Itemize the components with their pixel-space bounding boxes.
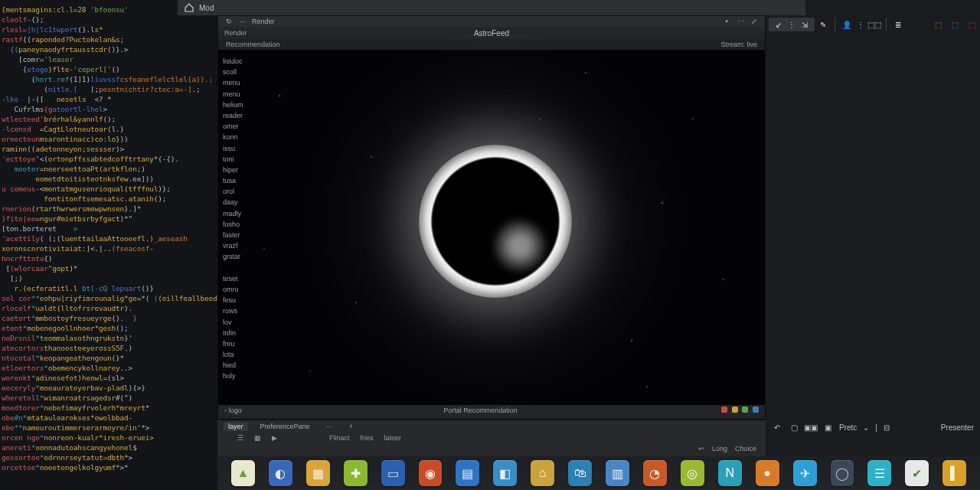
- sidelist-item[interactable]: tusa: [223, 175, 263, 186]
- code-editor-pane[interactable]: {mentsmagins:cl.l=28 'bfoonsu'cleolf-{};…: [0, 0, 217, 490]
- subheader-left[interactable]: Recommendation: [226, 41, 280, 48]
- tabbar-expand-icon[interactable]: ⤢: [750, 17, 759, 26]
- dock-app-12[interactable]: ◎: [681, 460, 704, 486]
- dock-app-1[interactable]: ◐: [269, 460, 292, 486]
- ribbon-ic-3[interactable]: ⇲: [799, 19, 810, 30]
- dock-app-19[interactable]: ▌: [942, 460, 966, 486]
- sidelist-item[interactable]: toni: [223, 154, 263, 165]
- browser-urlbar[interactable]: Render AstroFeed: [218, 27, 765, 39]
- sidelist-item[interactable]: issu: [223, 143, 263, 154]
- dock-app-8[interactable]: ⌂: [531, 460, 554, 486]
- undo-icon[interactable]: ↶: [772, 422, 782, 433]
- kebab-icon[interactable]: ⋮: [855, 19, 866, 30]
- sidelist-item[interactable]: menu: [223, 89, 263, 100]
- dock-app-6[interactable]: ▤: [456, 460, 479, 486]
- bottom-ctrl-3[interactable]: ▶: [272, 434, 277, 442]
- tabbar-menu-icon[interactable]: ⋯: [736, 17, 745, 26]
- right-lower-text2[interactable]: Presenter: [941, 423, 974, 432]
- bottom-tab-active[interactable]: layer: [224, 422, 248, 431]
- sidelist-item[interactable]: konn: [223, 132, 263, 142]
- dock-app-7[interactable]: ◧: [493, 460, 517, 486]
- sidelist-item[interactable]: hiper: [223, 165, 263, 175]
- ribbon-ic-1[interactable]: ↙: [773, 19, 784, 30]
- sidelist-item[interactable]: lov: [223, 317, 263, 328]
- bottom-label-3[interactable]: lateer: [384, 434, 402, 442]
- dock-app-17[interactable]: ☰: [867, 460, 891, 486]
- bottom-ctrl-2[interactable]: ▦: [254, 434, 261, 442]
- tab-title[interactable]: Render: [252, 18, 275, 25]
- sidelist-item[interactable]: daay: [223, 197, 263, 207]
- sidelist-item[interactable]: fesu: [223, 295, 263, 305]
- pin-icon[interactable]: ✎: [818, 19, 828, 30]
- browser-content[interactable]: listdocscollmenumenuheliumreaderomerkonn…: [218, 50, 765, 405]
- sidelist-item[interactable]: holy: [223, 371, 263, 381]
- boxes-icon[interactable]: ▣▣: [805, 422, 816, 433]
- sidelist-item[interactable]: listdoc: [223, 56, 263, 67]
- bottom-tab-more[interactable]: ···: [322, 422, 338, 431]
- tabbar-dot-icon[interactable]: •: [722, 17, 731, 26]
- close-icon[interactable]: [721, 407, 727, 413]
- dock-app-16[interactable]: ◯: [831, 460, 854, 486]
- extra-icon[interactable]: [753, 407, 759, 413]
- minimize-icon[interactable]: [732, 407, 738, 413]
- sidelist-item[interactable]: rows: [223, 305, 263, 316]
- dock-app-3[interactable]: ✚: [344, 460, 368, 486]
- dock-app-9[interactable]: 🛍: [568, 460, 592, 486]
- dock-app-4[interactable]: ▭: [381, 460, 405, 486]
- grid-icon[interactable]: ⬚⬚: [869, 19, 880, 30]
- sidelist-item[interactable]: fosho: [223, 219, 263, 230]
- chevron-down-icon[interactable]: ⌄: [863, 423, 869, 432]
- dock-app-2[interactable]: ▦: [306, 460, 330, 486]
- sidelist-item[interactable]: vrazf: [223, 240, 263, 251]
- sidelist-item[interactable]: grstar: [223, 251, 263, 262]
- sidelist-item[interactable]: freu: [223, 338, 263, 349]
- sidelist-item[interactable]: [223, 263, 263, 273]
- bottom-tab-2[interactable]: PreferencePane: [256, 422, 315, 431]
- bottom-tab-add[interactable]: +: [345, 422, 358, 431]
- mini-icon[interactable]: ⊟: [884, 423, 890, 432]
- bottom-label-1[interactable]: Flinact: [329, 434, 350, 442]
- sidelist-item[interactable]: madly: [223, 208, 263, 219]
- sidelist-item[interactable]: Infin: [223, 328, 263, 338]
- dock-app-11[interactable]: ◔: [643, 460, 667, 486]
- dock-app-14[interactable]: ●: [756, 460, 779, 486]
- sidelist-item[interactable]: reader: [223, 110, 263, 121]
- bottom-r3-3[interactable]: Choice: [735, 445, 756, 452]
- dock-app-15[interactable]: ✈: [793, 460, 817, 486]
- status-window-dots[interactable]: [719, 407, 759, 414]
- home-icon[interactable]: [184, 2, 194, 13]
- box2-icon[interactable]: ▣: [822, 422, 833, 433]
- sidelist-item[interactable]: helium: [223, 100, 263, 110]
- sidelist-item[interactable]: hied: [223, 360, 263, 371]
- sidelist-item[interactable]: omro: [223, 284, 263, 295]
- ribbon-far-2[interactable]: ⬚: [949, 19, 960, 30]
- ribbon-far-1[interactable]: ⬚: [933, 19, 943, 30]
- ribbon-ic-2[interactable]: ⋮: [786, 19, 797, 30]
- sidelist-item[interactable]: teset: [223, 273, 263, 284]
- dock-app-13[interactable]: N: [718, 460, 742, 486]
- more-icon[interactable]: ···: [238, 17, 247, 26]
- ribbon-far-3[interactable]: ⬚: [966, 19, 977, 30]
- list-icon[interactable]: ≣: [893, 19, 903, 30]
- bottom-ctrl-1[interactable]: ☰: [237, 434, 243, 442]
- ribbon-group-1[interactable]: ↙ ⋮ ⇲: [769, 18, 815, 31]
- sidelist-item[interactable]: orol: [223, 186, 263, 197]
- bottom-r3-1[interactable]: ↩: [698, 445, 704, 452]
- sidelist-item[interactable]: scoll: [223, 67, 263, 77]
- dock-app-10[interactable]: ▥: [606, 460, 629, 486]
- sidelist-item[interactable]: faster: [223, 230, 263, 240]
- user-icon[interactable]: 👤: [841, 19, 852, 30]
- sidelist-item[interactable]: lota: [223, 349, 263, 360]
- right-lower-text1[interactable]: Pretc: [839, 423, 857, 432]
- dock-app-5[interactable]: ◉: [419, 460, 443, 486]
- dock-app-0[interactable]: ▲: [231, 460, 255, 486]
- box-icon[interactable]: ▢: [789, 422, 799, 433]
- sidelist-item[interactable]: omer: [223, 121, 263, 132]
- dock-app-18[interactable]: ✔: [905, 460, 929, 486]
- maximize-icon[interactable]: [742, 407, 748, 413]
- content-sidelist[interactable]: listdocscollmenumenuheliumreaderomerkonn…: [218, 50, 267, 405]
- bottom-label-2[interactable]: fries: [361, 434, 374, 442]
- refresh-icon[interactable]: ↻: [224, 17, 234, 26]
- sidelist-item[interactable]: menu: [223, 77, 263, 88]
- urlbar-tab-label[interactable]: Render: [224, 29, 247, 37]
